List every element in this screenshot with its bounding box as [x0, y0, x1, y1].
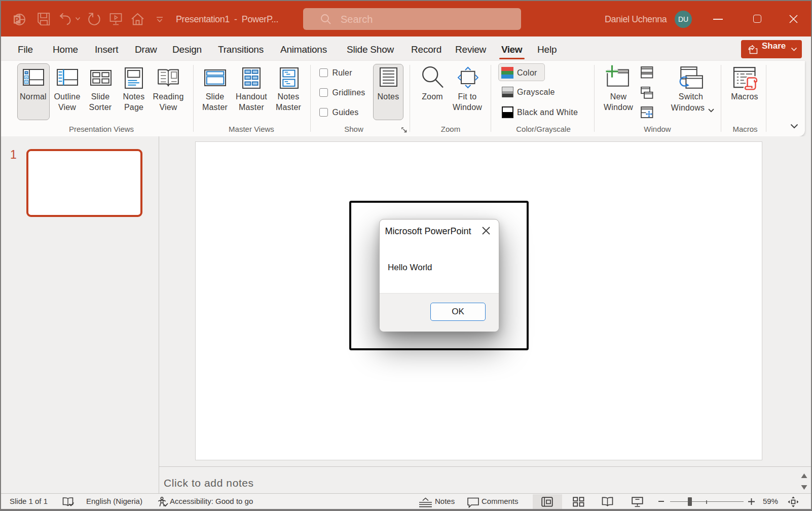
svg-text:P: P — [15, 16, 20, 24]
